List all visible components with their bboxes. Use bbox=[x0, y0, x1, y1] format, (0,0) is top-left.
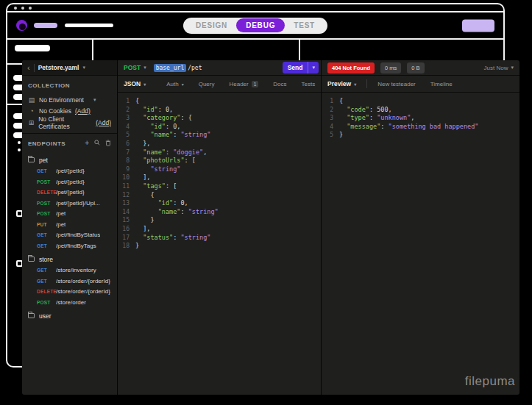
add-link[interactable]: (Add) bbox=[96, 119, 111, 126]
environment-icon: ▤ bbox=[28, 96, 35, 104]
endpoint-path: /pet/findByStatus bbox=[56, 232, 100, 238]
line-number: 14 bbox=[118, 208, 135, 217]
endpoint-item[interactable]: POST/pet bbox=[22, 209, 117, 220]
code-line: 13 "id": 0, bbox=[118, 199, 321, 208]
method-label: POST bbox=[37, 179, 56, 184]
line-number: 17 bbox=[118, 234, 135, 243]
mode-tab-design[interactable]: DESIGN bbox=[187, 21, 236, 29]
sidebar: ‹ Petstore.yaml ▾ COLLECTION ▤No Environ… bbox=[22, 60, 118, 395]
code-line: 5} bbox=[322, 131, 519, 140]
endpoint-item[interactable]: GET/store/order/{orderId} bbox=[22, 276, 117, 287]
line-number: 3 bbox=[118, 114, 135, 123]
code-line: 4 "id": 0, bbox=[118, 123, 321, 132]
collection-header: COLLECTION bbox=[28, 82, 111, 89]
endpoint-item[interactable]: POST/store/order bbox=[22, 297, 117, 308]
folder-name: user bbox=[39, 312, 52, 320]
code-line: 18} bbox=[118, 242, 321, 251]
chevron-down-icon: ▾ bbox=[143, 82, 146, 87]
endpoint-item[interactable]: DELETE/pet/{petId} bbox=[22, 187, 117, 198]
tab-json[interactable]: JSON▾ bbox=[124, 80, 153, 87]
collection-item[interactable]: ▤No Environment▾ bbox=[28, 94, 111, 106]
traffic-light-dot[interactable] bbox=[21, 7, 24, 10]
tab-tests[interactable]: Tests bbox=[294, 81, 323, 87]
endpoint-path: /pet/{petId} bbox=[56, 168, 85, 174]
folder-name: pet bbox=[39, 157, 48, 164]
tab-auth[interactable]: Auth▾ bbox=[159, 81, 191, 87]
request-url-input[interactable]: base_url /pet bbox=[154, 64, 202, 72]
screen: DESIGNDEBUGTEST ‹ Pe bbox=[0, 0, 532, 405]
request-url-bar: POST ▾ base_url /pet Send ▾ bbox=[118, 60, 321, 76]
line-number: 5 bbox=[118, 131, 135, 140]
add-icon[interactable]: + bbox=[85, 140, 89, 147]
line-number: 6 bbox=[118, 140, 135, 148]
chevron-down-icon: ▾ bbox=[182, 82, 184, 87]
response-tab-preview[interactable]: Preview▾ bbox=[327, 80, 363, 87]
response-status-bar: 404 Not Found 0 ms 0 B Just Now ▾ bbox=[322, 60, 519, 76]
skeleton-bar bbox=[15, 45, 50, 51]
endpoint-path: /store/order/{orderId} bbox=[56, 288, 110, 295]
endpoint-path: /pet bbox=[56, 221, 65, 228]
response-tab-new-testeader[interactable]: New testeader bbox=[370, 81, 423, 87]
traffic-light-dot[interactable] bbox=[14, 7, 17, 10]
cookie-icon: ◔ bbox=[28, 107, 35, 115]
folder-name: store bbox=[39, 256, 53, 263]
endpoint-path: /pet/{petId}/Upl... bbox=[56, 200, 100, 207]
endpoints-header-row: ENDPOINTS + bbox=[22, 134, 117, 151]
collection-item[interactable]: ⊞No Client Certificates(Add) bbox=[28, 117, 111, 129]
endpoint-item[interactable]: GET/pet/{petId} bbox=[22, 166, 117, 177]
add-link[interactable]: (Add) bbox=[75, 107, 91, 115]
divider bbox=[366, 79, 367, 88]
endpoint-folder-pet[interactable]: pet bbox=[22, 154, 117, 166]
endpoint-item[interactable]: POST/pet/{petId}/Upl... bbox=[22, 198, 117, 209]
send-button[interactable]: Send ▾ bbox=[283, 62, 319, 74]
endpoint-item[interactable]: GET/pet/findByTags bbox=[22, 240, 117, 251]
request-body-editor[interactable]: 1{2 "id": 0,3 "category": {4 "id": 0,5 "… bbox=[118, 93, 321, 395]
response-timestamp[interactable]: Just Now ▾ bbox=[484, 65, 514, 71]
line-number: 5 bbox=[322, 131, 339, 140]
endpoint-item[interactable]: DELETE/store/order/{orderId} bbox=[22, 287, 117, 298]
traffic-light-dot[interactable] bbox=[29, 7, 32, 10]
tab-header[interactable]: Header1 bbox=[221, 81, 266, 87]
endpoint-folder-user[interactable]: user bbox=[22, 310, 117, 322]
endpoint-path: /pet/{petId} bbox=[56, 179, 85, 185]
collection-item-label: No Client Certificates bbox=[38, 115, 92, 130]
chevron-down-icon[interactable]: ▾ bbox=[93, 97, 96, 103]
endpoint-item[interactable]: POST/pet/{petId} bbox=[22, 176, 117, 187]
certificate-icon: ⊞ bbox=[28, 119, 35, 126]
endpoint-folder-store[interactable]: store bbox=[22, 254, 117, 265]
chevron-down-icon[interactable]: ▾ bbox=[82, 65, 85, 71]
code-line: 3 "type": "unknown", bbox=[322, 114, 519, 123]
response-tab-timeline[interactable]: Timeline bbox=[423, 81, 460, 87]
collection-tab-title[interactable]: Petstore.yaml bbox=[38, 64, 79, 71]
response-body-viewer: 1{2 "code": 500,3 "type": "unknown",4 "m… bbox=[322, 93, 519, 395]
tab-docs[interactable]: Docs bbox=[266, 81, 294, 87]
method-label: POST bbox=[37, 211, 56, 216]
line-number: 12 bbox=[118, 191, 135, 200]
line-number: 8 bbox=[118, 157, 135, 165]
request-method-select[interactable]: POST bbox=[124, 64, 141, 71]
tab-query[interactable]: Query bbox=[191, 81, 222, 87]
response-tabs: Preview▾New testeaderTimeline bbox=[322, 76, 519, 93]
api-client-panel: ‹ Petstore.yaml ▾ COLLECTION ▤No Environ… bbox=[22, 60, 519, 395]
mode-tab-debug[interactable]: DEBUG bbox=[236, 18, 285, 32]
endpoint-item[interactable]: GET/store/inventory bbox=[22, 265, 117, 276]
line-number: 11 bbox=[118, 182, 135, 191]
collection-item-label: No Environment bbox=[39, 96, 84, 104]
line-number: 2 bbox=[118, 106, 135, 115]
chevron-down-icon: ▾ bbox=[511, 65, 514, 71]
search-icon[interactable] bbox=[94, 140, 100, 147]
nav-action-button[interactable] bbox=[462, 19, 494, 32]
chevron-down-icon[interactable]: ▾ bbox=[143, 65, 146, 71]
send-options-chevron-icon[interactable]: ▾ bbox=[308, 62, 319, 74]
line-number: 13 bbox=[118, 199, 135, 208]
mode-tab-test[interactable]: TEST bbox=[285, 21, 324, 29]
endpoint-item[interactable]: GET/pet/findByStatus bbox=[22, 230, 117, 241]
back-icon[interactable]: ‹ bbox=[27, 63, 30, 72]
window-titlebar bbox=[7, 4, 503, 12]
trash-icon[interactable] bbox=[105, 140, 111, 148]
code-line: 17 "status": "string" bbox=[118, 234, 321, 243]
url-path[interactable]: /pet bbox=[188, 65, 202, 71]
tab-count-badge: 1 bbox=[252, 81, 259, 87]
endpoint-item[interactable]: PUT/pet bbox=[22, 219, 117, 230]
url-variable-chip[interactable]: base_url bbox=[154, 64, 187, 72]
